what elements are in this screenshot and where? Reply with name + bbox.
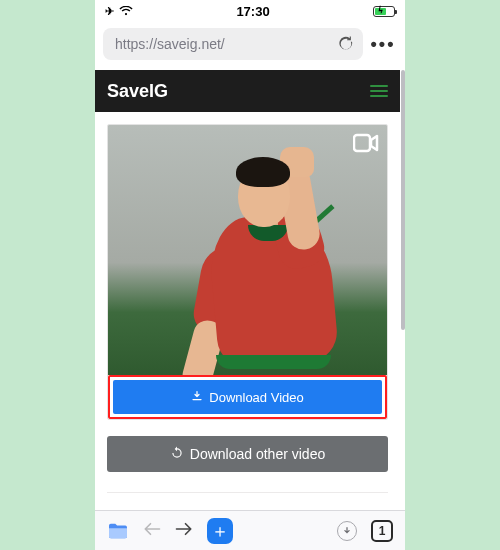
content-wrap: SaveIG <box>95 70 405 510</box>
reload-icon[interactable] <box>337 35 355 53</box>
nav-forward-button[interactable] <box>175 522 193 540</box>
download-other-button[interactable]: Download other video <box>107 436 388 472</box>
download-video-emphasis: Download Video <box>108 375 387 419</box>
nav-back-button[interactable] <box>143 522 161 540</box>
clock: 17:30 <box>236 4 269 19</box>
thumbnail-figure <box>158 125 368 375</box>
video-thumbnail[interactable] <box>108 125 387 375</box>
browser-url-bar: https://saveig.net/ ••• <box>95 22 405 70</box>
media-card: Download Video <box>107 124 388 420</box>
status-left: ✈ <box>105 5 133 18</box>
phone-frame: ✈ 17:30 ϟ https://saveig.net/ ••• SaveIG <box>95 0 405 550</box>
menu-icon[interactable] <box>370 82 388 100</box>
video-indicator-icon <box>353 133 379 157</box>
wifi-icon <box>119 6 133 16</box>
url-field[interactable]: https://saveig.net/ <box>103 28 363 60</box>
battery-icon: ϟ <box>373 6 395 17</box>
download-video-label: Download Video <box>209 390 303 405</box>
browser-bottom-toolbar: ＋ 1 <box>95 510 405 550</box>
new-tab-button[interactable]: ＋ <box>207 518 233 544</box>
site-header: SaveIG <box>95 70 400 112</box>
download-video-button[interactable]: Download Video <box>113 380 382 414</box>
svg-rect-0 <box>354 135 370 151</box>
status-right: ϟ <box>373 6 395 17</box>
separator <box>107 492 388 493</box>
status-bar: ✈ 17:30 ϟ <box>95 0 405 22</box>
brand-logo: SaveIG <box>107 81 168 102</box>
download-icon <box>191 390 203 405</box>
tab-count-label: 1 <box>379 524 386 538</box>
refresh-icon <box>170 446 184 463</box>
downloads-button[interactable] <box>337 521 357 541</box>
download-other-label: Download other video <box>190 446 325 462</box>
airplane-mode-icon: ✈ <box>105 5 114 18</box>
page: SaveIG <box>95 70 400 510</box>
url-text: https://saveig.net/ <box>115 36 225 52</box>
files-icon[interactable] <box>107 522 129 540</box>
page-body: Download Video Download other video <box>95 112 400 510</box>
page-viewport: SaveIG <box>95 70 400 510</box>
browser-more-button[interactable]: ••• <box>369 34 397 55</box>
tabs-button[interactable]: 1 <box>371 520 393 542</box>
scrollbar-track[interactable] <box>400 70 405 510</box>
scrollbar-thumb[interactable] <box>401 70 405 330</box>
